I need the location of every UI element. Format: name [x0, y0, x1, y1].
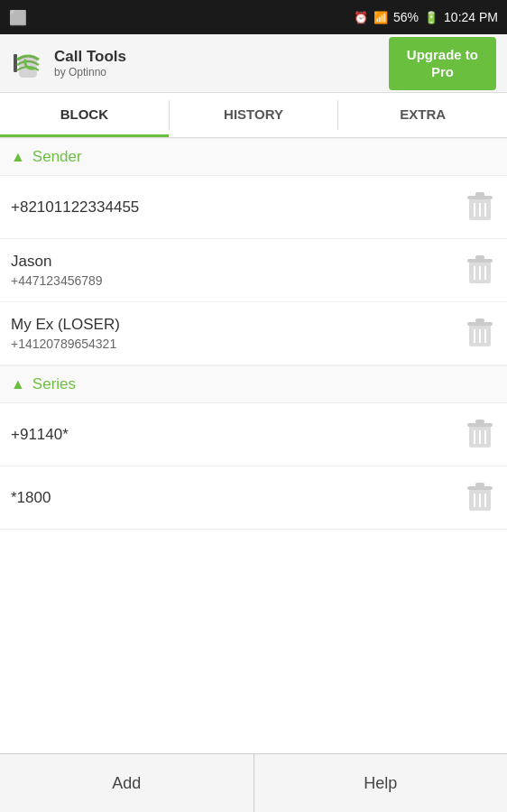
tab-history[interactable]: HISTORY: [170, 93, 338, 137]
item-text: +82101122334455: [11, 198, 139, 217]
item-number: *1800: [11, 489, 51, 507]
status-bar: ⬜ ⏰ 📶 56% 🔋 10:24 PM: [0, 0, 507, 34]
brand-area: Call Tools by Optinno: [11, 46, 126, 80]
item-text: Jason +447123456789: [11, 253, 103, 288]
upgrade-button[interactable]: Upgrade toPro: [389, 37, 496, 90]
list-item: Jason +447123456789: [0, 239, 507, 302]
item-number: +447123456789: [11, 273, 103, 288]
series-chevron-icon: ▲: [11, 376, 25, 392]
list-item: My Ex (LOSER) +14120789654321: [0, 302, 507, 365]
svg-rect-9: [475, 255, 484, 260]
app-header: Call Tools by Optinno Upgrade toPro: [0, 34, 507, 93]
help-button[interactable]: Help: [254, 754, 508, 812]
item-name: My Ex (LOSER): [11, 316, 120, 334]
sender-section-header: ▲ Sender: [0, 138, 507, 176]
brand-sub: by Optinno: [54, 66, 126, 78]
tab-block[interactable]: BLOCK: [0, 93, 169, 137]
item-name: Jason: [11, 253, 103, 271]
clock: 10:24 PM: [444, 10, 498, 24]
brand-name: Call Tools: [54, 48, 126, 66]
main-container: Call Tools by Optinno Upgrade toPro BLOC…: [0, 34, 507, 812]
svg-rect-3: [475, 192, 484, 197]
svg-rect-21: [475, 420, 484, 424]
battery-percent: 56%: [393, 10, 419, 24]
battery-icon: 🔋: [424, 11, 438, 24]
item-number: +82101122334455: [11, 198, 139, 217]
series-section-header: ▲ Series: [0, 365, 507, 403]
delete-button[interactable]: [464, 316, 496, 352]
item-text: *1800: [11, 489, 51, 507]
alarm-icon: ⏰: [354, 11, 368, 24]
sender-chevron-icon: ▲: [11, 149, 25, 165]
item-text: +91140*: [11, 426, 69, 444]
brand-text: Call Tools by Optinno: [54, 48, 126, 78]
status-bar-right: ⏰ 📶 56% 🔋 10:24 PM: [354, 10, 498, 24]
signal-icon: 📶: [373, 11, 388, 24]
content-area: ▲ Sender +82101122334455 Ja: [0, 138, 507, 812]
delete-button[interactable]: [464, 189, 496, 226]
delete-button[interactable]: [464, 253, 496, 289]
list-item: +91140*: [0, 403, 507, 466]
item-number: +14120789654321: [11, 337, 120, 351]
list-item: *1800: [0, 466, 507, 530]
bottom-bar: Add Help: [0, 753, 507, 812]
tab-bar: BLOCK HISTORY EXTRA: [0, 93, 507, 138]
add-button[interactable]: Add: [0, 754, 254, 812]
list-item: +82101122334455: [0, 176, 507, 239]
series-section-label: Series: [32, 375, 76, 393]
item-text: My Ex (LOSER) +14120789654321: [11, 316, 120, 351]
sender-section-label: Sender: [32, 148, 82, 166]
svg-rect-27: [475, 483, 484, 487]
app-icon: [11, 46, 45, 80]
tab-extra[interactable]: EXTRA: [338, 93, 507, 137]
delete-button[interactable]: [464, 417, 496, 453]
item-number: +91140*: [11, 426, 69, 444]
svg-rect-0: [14, 54, 17, 72]
svg-rect-15: [475, 318, 484, 323]
status-bar-left: ⬜: [9, 9, 27, 26]
delete-button[interactable]: [464, 480, 496, 516]
